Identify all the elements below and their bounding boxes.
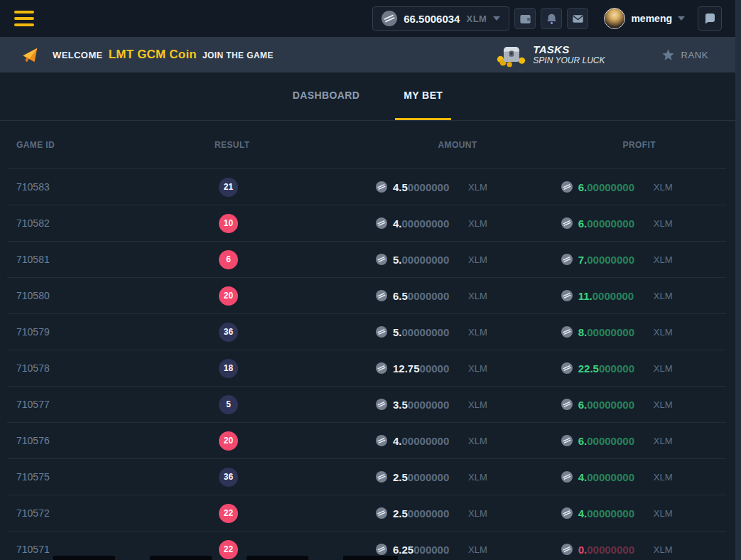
amount-cell: 3.50000000 XLM [376,399,561,411]
amount-cell: 2.50000000 XLM [376,507,561,519]
result-badge: 5 [219,395,238,414]
amount-unit: XLM [468,472,487,483]
table-row[interactable]: 710581 6 5.00000000 XLM 7.00000000 XLM [7,241,726,277]
profit-cell: 11.0000000 XLM [561,290,741,302]
amount-cell: 5.00000000 XLM [376,254,561,266]
profit-value: 4. [578,471,588,483]
bottom-cutoff-tile [247,556,308,560]
profit-cell: 4.00000000 XLM [561,507,741,519]
xlm-coin-icon [561,544,573,555]
amount-zeros: 0000000 [408,399,449,411]
amount-zeros: 000000 [413,544,449,556]
notifications-button[interactable] [541,8,562,29]
profit-zeros: 00000000 [587,435,634,447]
result-cell: 36 [215,323,376,342]
result-badge: 20 [219,286,238,306]
amount-value: 2.5 [393,471,408,483]
amount-value: 4. [393,217,402,230]
table-row[interactable]: 710579 36 5.00000000 XLM 8.00000000 XLM [7,313,726,350]
table-row[interactable]: 710572 22 2.50000000 XLM 4.00000000 XLM [7,495,726,531]
tab-my-bet[interactable]: MY BET [395,72,451,120]
table-row[interactable]: 710582 10 4.00000000 XLM 6.00000000 XLM [7,205,726,241]
xlm-coin-icon [376,181,387,193]
amount-cell: 6.25000000 XLM [376,544,561,556]
xlm-coin-icon [561,254,573,265]
xlm-coin-icon [561,471,573,483]
amount-value: 6.25 [393,544,413,556]
result-cell: 10 [215,214,376,233]
profit-unit: XLM [654,544,673,555]
amount-zeros: 00000000 [402,326,450,338]
game-id: 710575 [7,471,215,483]
amount-zeros: 0000000 [408,507,449,519]
avatar [604,8,625,29]
result-cell: 22 [215,504,376,523]
profit-unit: XLM [654,472,673,483]
xlm-coin-icon [561,326,573,338]
profit-cell: 4.00000000 XLM [561,471,741,483]
table-row[interactable]: 710577 5 3.50000000 XLM 6.00000000 XLM [7,386,726,422]
profit-unit: XLM [654,399,673,410]
profit-value: 0. [578,544,588,556]
amount-cell: 6.50000000 XLM [376,290,561,302]
chat-toggle-button[interactable] [698,6,722,31]
profit-cell: 8.00000000 XLM [561,326,741,338]
amount-zeros: 0000000 [408,181,449,193]
header-amount: AMOUNT [376,140,551,150]
amount-value: 6.5 [393,290,408,302]
profit-value: 11. [578,290,593,302]
balance-selector[interactable]: 66.5006034 XLM [372,6,509,31]
profit-cell: 6.00000000 XLM [561,435,741,447]
xlm-coin-icon [382,11,397,26]
table-row[interactable]: 710583 21 4.50000000 XLM 6.00000000 XLM [7,168,726,205]
profit-zeros: 0000000 [593,290,634,302]
amount-zeros: 00000000 [402,435,450,447]
amount-unit: XLM [468,254,487,265]
notifications-bell-icon [545,12,558,26]
mail-button[interactable] [567,8,588,29]
xlm-coin-icon [561,507,573,519]
profit-value: 6. [578,217,588,230]
tasks-shortcut[interactable]: TASKS SPIN YOUR LUCK [496,41,605,68]
amount-zeros: 00000000 [402,217,450,230]
result-badge: 20 [219,431,238,451]
chevron-down-icon [493,16,500,21]
balance-currency: XLM [466,14,487,24]
game-id: 710580 [7,290,215,301]
profit-unit: XLM [654,254,673,265]
bottom-cutoff-tile [343,556,398,560]
table-row[interactable]: 710576 20 4.00000000 XLM 6.00000000 XLM [7,422,726,458]
wallet-icon [519,12,532,26]
profit-unit: XLM [654,327,673,338]
username: memeng [631,13,672,24]
rank-shortcut[interactable]: RANK [661,48,708,63]
amount-zeros: 00000000 [402,254,450,266]
result-cell: 36 [215,468,376,487]
game-id: 710577 [7,399,215,410]
game-id: 710572 [7,507,215,519]
wallet-button[interactable] [514,8,536,29]
xlm-coin-icon [561,217,573,229]
game-id: 710571 [7,544,215,555]
xlm-coin-icon [376,326,387,338]
tab-bar: DASHBOARD MY BET [0,72,735,121]
tab-dashboard[interactable]: DASHBOARD [284,72,369,120]
table-row[interactable]: 710575 36 2.50000000 XLM 4.00000000 XLM [7,458,726,495]
profit-zeros: 00000000 [587,254,634,266]
profit-zeros: 00000000 [587,181,634,193]
bottom-cutoff-tile [150,556,212,560]
rank-label: RANK [681,50,708,60]
result-badge: 36 [219,323,238,342]
user-menu[interactable]: memeng [604,8,685,29]
amount-unit: XLM [468,327,487,338]
hamburger-menu-icon[interactable] [14,11,34,26]
table-row[interactable]: 710578 18 12.7500000 XLM 22.5000000 XLM [7,350,726,386]
xlm-coin-icon [376,435,387,446]
tasks-subtitle: SPIN YOUR LUCK [533,56,605,66]
xlm-coin-icon [376,507,387,519]
amount-unit: XLM [468,436,487,446]
game-id: 710578 [7,362,215,374]
result-cell: 6 [215,250,376,269]
welcome-prefix: WELCOME [53,50,103,60]
table-row[interactable]: 710580 20 6.50000000 XLM 11.0000000 XLM [7,277,726,313]
